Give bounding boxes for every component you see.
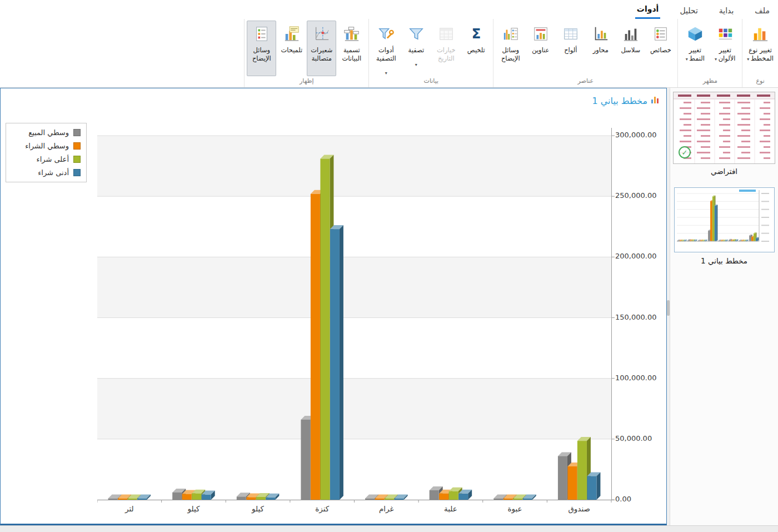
legend-item: وسطي المبيع	[12, 128, 81, 137]
ribbon-group-type: تغيير نوعالمخطط نوع	[742, 19, 778, 87]
x-category-label: كيلو	[162, 504, 226, 513]
y-tick-label: 200,000.00	[615, 252, 656, 260]
summarize-button[interactable]: Σ تلخيص	[461, 21, 491, 76]
ribbon-group-appearance: تغييرالألوان تغييرالنمط مظهر	[677, 19, 742, 87]
ribbon-group-show: تسميةالبيانات شعيراتمتصالبة تلميحات	[244, 19, 368, 87]
group-label-type: نوع	[744, 76, 777, 87]
legend-swatch	[73, 156, 81, 163]
data-labels-button[interactable]: تسميةالبيانات	[337, 21, 366, 76]
change-colors-button[interactable]: تغييرالألوان	[710, 21, 740, 76]
date-options-button: خياراتالتاريخ	[431, 21, 461, 76]
panels-button[interactable]: ألواح	[556, 21, 585, 76]
legend-label: وسطي الشراء	[25, 142, 69, 150]
legend-button[interactable]: وسائلالإيضاح	[496, 21, 525, 76]
titles-icon	[532, 25, 549, 43]
sigma-icon: Σ	[468, 25, 485, 43]
group-label-data: بيانات	[370, 76, 492, 87]
x-category-label: لتر	[97, 504, 162, 513]
view-label-default: افتراضي	[670, 167, 778, 176]
legend-swatch	[73, 142, 81, 150]
group-label-show: إظهار	[246, 76, 367, 87]
view-label-chart: مخطط بياني 1	[670, 256, 778, 265]
legend-label: أدنى شراء	[38, 168, 69, 177]
view-thumbnail-chart[interactable]	[674, 187, 775, 252]
palette-icon	[717, 25, 734, 43]
legend-icon	[502, 25, 519, 43]
legend-item: أدنى شراء	[12, 168, 81, 177]
crosshair-icon	[313, 25, 330, 43]
chart-title-icon	[651, 95, 660, 106]
legend-label: وسطي المبيع	[28, 128, 69, 137]
data-labels-icon	[343, 25, 360, 43]
properties-icon	[652, 25, 669, 43]
chart-type-icon	[752, 25, 769, 43]
ribbon-group-data: Σ تلخيص خياراتالتاريخ تصفية	[368, 19, 493, 87]
plot-area[interactable]	[97, 128, 620, 505]
y-tick-label: 150,000.00	[615, 313, 656, 321]
y-tick-label: 50,000.00	[615, 434, 652, 442]
svg-text:Σ: Σ	[471, 26, 481, 42]
axes-icon	[592, 25, 609, 43]
date-options-icon	[438, 25, 455, 43]
filter-tools-icon	[378, 25, 395, 43]
mini-chart-preview	[675, 188, 774, 251]
titles-button[interactable]: عناوين	[526, 21, 555, 76]
group-label-elements: عناصر	[495, 76, 676, 87]
x-category-label: كيلو	[226, 504, 290, 513]
change-chart-type-button[interactable]: تغيير نوعالمخطط	[745, 21, 776, 76]
properties-button[interactable]: خصائص	[646, 21, 675, 76]
bar[interactable]	[330, 225, 343, 500]
legend-item: وسطي الشراء	[12, 142, 81, 150]
filter-tools-button[interactable]: أدواتالتصفية	[371, 21, 401, 76]
legend-visibility-button[interactable]: وسائلالإيضاح	[247, 21, 276, 76]
series-button[interactable]: سلاسل	[616, 21, 645, 76]
x-category-label: عبوة	[483, 504, 547, 513]
change-style-button[interactable]: تغييرالنمط	[680, 21, 710, 76]
dropdown-arrow-icon	[415, 58, 417, 62]
panels-icon	[562, 25, 579, 43]
axes-button[interactable]: محاور	[586, 21, 615, 76]
legend-list-icon	[253, 25, 270, 43]
legend-swatch	[73, 129, 81, 136]
x-category-label: كنزة	[290, 504, 355, 513]
ribbon-body: تغيير نوعالمخطط نوع تغييرالألوان تغيير	[0, 19, 778, 87]
chart-title: مخطط بياني 1	[592, 95, 660, 106]
chart-legend: وسطي المبيع وسطي الشراء أعلى شراء أدنى ش…	[6, 123, 87, 182]
tab-analysis[interactable]: تحليل	[678, 2, 699, 19]
x-category-label: علبة	[418, 504, 483, 513]
legend-swatch	[73, 169, 81, 176]
ribbon-tabbar: ملف بداية تحليل أدوات	[0, 0, 778, 19]
series-icon	[622, 25, 639, 43]
group-label-appearance: مظهر	[679, 76, 741, 87]
chart-panel: مخطط بياني 1 وسطي المبيع وسطي الشراء أعل…	[0, 88, 667, 525]
view-gallery-sidebar: افتراضي مخطط بياني 1	[670, 88, 778, 525]
legend-item: أعلى شراء	[12, 155, 81, 163]
filter-icon	[408, 25, 425, 43]
tab-home[interactable]: بداية	[717, 2, 736, 19]
y-tick-label: 100,000.00	[615, 374, 656, 382]
dropdown-arrow-icon	[385, 66, 387, 71]
y-tick-label: 250,000.00	[615, 191, 656, 200]
chart-title-text: مخطط بياني 1	[592, 96, 647, 106]
bar[interactable]	[587, 472, 600, 500]
view-thumbnail-default[interactable]	[673, 92, 775, 164]
ribbon-group-elements: خصائص سلاسل محاور	[493, 19, 677, 87]
status-bar	[0, 525, 778, 532]
cube-icon	[687, 25, 704, 43]
tab-tools[interactable]: أدوات	[635, 1, 661, 19]
ribbon: ملف بداية تحليل أدوات تغيير نوعالمخطط نو…	[0, 0, 778, 88]
tooltip-icon	[283, 25, 300, 43]
tab-file[interactable]: ملف	[753, 2, 771, 19]
tooltips-button[interactable]: تلميحات	[277, 21, 306, 76]
check-icon	[679, 146, 691, 158]
legend-label: أعلى شراء	[37, 155, 69, 163]
crosshairs-button[interactable]: شعيراتمتصالبة	[307, 21, 336, 76]
y-tick-label: 300,000.00	[615, 131, 656, 139]
x-category-label: غرام	[355, 504, 419, 513]
bar	[715, 205, 717, 241]
filter-button[interactable]: تصفية	[401, 21, 431, 76]
x-category-label: صندوق	[547, 504, 611, 513]
